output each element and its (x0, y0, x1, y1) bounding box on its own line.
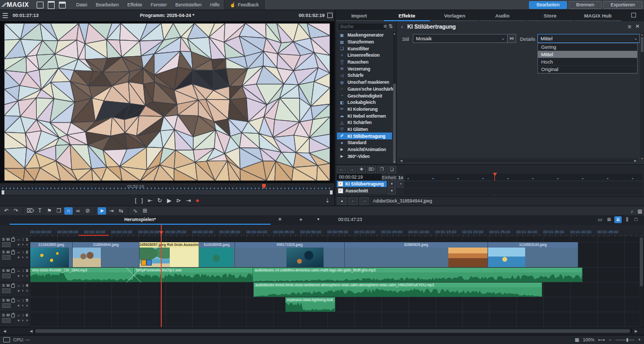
track-menu-chevron-icon[interactable]: ▾ (18, 319, 20, 323)
audio-clip[interactable]: audioblocks-forest-birds-close-ambience-… (254, 283, 542, 297)
track-name-field[interactable] (2, 274, 11, 278)
preview-render-icon[interactable]: ⇣ (325, 197, 330, 204)
play-range-button[interactable]: ⊳ (176, 198, 181, 204)
add-track-icon[interactable]: + (22, 304, 24, 308)
object-overview-button[interactable]: ⊞ (141, 207, 149, 215)
lock-icon[interactable] (11, 284, 15, 288)
redo-button[interactable]: ↷ (12, 207, 20, 215)
track-row-1[interactable] (30, 236, 640, 242)
dropdown-option-hoch[interactable]: Hoch (538, 58, 637, 66)
next-object-button[interactable]: → (360, 197, 369, 205)
panel-float-icon[interactable]: □ (632, 216, 640, 223)
tab-audio[interactable]: Audio (479, 13, 526, 21)
resize-v-icon[interactable]: ↕ (22, 283, 24, 288)
scrubber-right-handle[interactable] (330, 190, 333, 195)
optimize-view-icon[interactable]: ▦ (575, 337, 579, 342)
effect-item-ki-nebel-entfernen[interactable]: ☁KI Nebel entfernen (337, 112, 392, 119)
add-track-icon[interactable]: + (22, 255, 24, 260)
video-clip[interactable]: 82889826.jpeg (345, 242, 488, 267)
solo-button[interactable]: S (2, 268, 5, 273)
close-tab-icon[interactable]: ✕ (278, 217, 282, 222)
effect-item-kunstfilter[interactable]: ❏Kunstfilter (337, 45, 392, 52)
solo-button[interactable]: S (2, 283, 5, 288)
menu-item-effekte[interactable]: Effekte (123, 0, 146, 10)
preview-mini-ruler[interactable]: 01:52:19 (0, 183, 334, 190)
lock-icon[interactable] (11, 251, 15, 254)
scrollbar-thumb[interactable] (393, 84, 396, 163)
track-name-field[interactable] (2, 288, 11, 293)
delete-track-icon[interactable]: × (26, 289, 28, 293)
resize-v-icon[interactable]: ↕ (22, 298, 24, 303)
timeline-ruler[interactable]: 00:00:00:0000:00:05:0000:00:10:0000:00:1… (0, 225, 644, 237)
params-vertical-scrollbar[interactable]: ▲ ▼ (640, 33, 644, 160)
multicam-mode-icon[interactable]: ⫼ (623, 216, 631, 223)
burn-button[interactable]: Brennen (569, 1, 602, 9)
feedback-button[interactable]: ☝ Feedback (224, 0, 265, 10)
group-button[interactable]: ❒ (55, 207, 63, 215)
mute-button[interactable]: M (6, 313, 10, 317)
zoom-out-icon[interactable]: − (608, 337, 611, 342)
video-clip[interactable]: 245928057.jpeg Rot Grün Ausschnitt We... (140, 242, 199, 267)
track-name-field[interactable] (2, 255, 11, 260)
timeline-mode-icon[interactable]: ≣ (614, 216, 622, 223)
back-icon[interactable]: ‹ (401, 23, 403, 30)
lock-icon[interactable] (11, 269, 15, 273)
delete-track-icon[interactable]: × (26, 255, 28, 260)
track-row-3[interactable]: very-close-thunder_CkI_184d.mp3TempPrevi… (30, 268, 640, 283)
video-preview[interactable] (0, 21, 334, 183)
scroll-up-icon[interactable]: ▲ (640, 33, 644, 36)
track-menu-chevron-icon[interactable]: ▾ (18, 274, 20, 278)
lock-icon[interactable] (11, 299, 15, 303)
solo-button[interactable]: S (2, 237, 5, 242)
track-row-5[interactable]: explosion-blast-lightning-bolt... (30, 297, 640, 312)
resize-h-icon[interactable]: ↔ (16, 250, 21, 254)
new-project-icon[interactable] (37, 2, 43, 8)
title-editor-button[interactable]: T (36, 207, 44, 215)
delete-button[interactable]: ⌦ (26, 207, 34, 215)
project-tab[interactable]: Herumspielen* (10, 215, 271, 225)
track-row-6[interactable] (30, 312, 640, 327)
keyframe-ruler[interactable] (404, 174, 642, 180)
checkbox-checked-icon[interactable]: ✓ (338, 181, 343, 187)
mute-button[interactable]: M (6, 250, 10, 254)
add-tab-icon[interactable]: + (299, 216, 302, 223)
resize-v-icon[interactable]: ↕ (22, 268, 24, 273)
details-dropdown[interactable]: Mittel ⌄ (537, 34, 640, 43)
timeline-playhead[interactable] (161, 225, 162, 327)
resize-v-icon[interactable]: ↕ (22, 237, 24, 242)
checkbox-checked-icon[interactable]: ✓ (338, 188, 343, 193)
export-button[interactable]: Exportieren (603, 1, 642, 9)
scrollbar-track[interactable] (34, 329, 632, 333)
curve-mode-button[interactable]: ∿ (131, 207, 140, 215)
delete-track-icon[interactable]: × (26, 274, 28, 278)
add-track-icon[interactable]: + (22, 319, 24, 323)
row-expander-chevron-icon[interactable]: ▾ (388, 187, 396, 195)
effect-item-standard[interactable]: ●Standard (337, 139, 392, 146)
resize-h-icon[interactable]: ↔ (16, 268, 21, 273)
video-clip[interactable]: 995171525.jpeg (235, 242, 345, 267)
loop-playback-button[interactable]: ↻ (157, 198, 162, 204)
video-clip[interactable]: 318594944.jpeg (73, 242, 140, 267)
solo-button[interactable]: S (2, 298, 5, 303)
open-project-icon[interactable] (48, 1, 55, 9)
menu-item-bereitstellen[interactable]: Bereitstellen (171, 0, 206, 10)
track-menu-chevron-icon[interactable]: ▾ (18, 304, 20, 308)
panel-close-icon[interactable]: ✕ (636, 23, 640, 29)
scroll-down-icon[interactable]: ▼ (393, 160, 396, 163)
track-menu-chevron-icon[interactable]: ▾ (18, 243, 20, 247)
audio-clip[interactable]: audioblocks-14-collettivo-armonico-carlo… (253, 268, 582, 282)
audio-clip[interactable]: very-close-thunder_CkI_184d.mp3 (30, 268, 134, 282)
effect-item-ki-glätten[interactable]: ▽KI Glätten (337, 126, 392, 133)
scene-overview-icon[interactable]: ⊞ (605, 216, 613, 223)
audio-clip[interactable]: explosion-blast-lightning-bolt... (285, 297, 335, 312)
next-keyframe-button[interactable]: → (347, 166, 356, 173)
stil-dropdown[interactable]: Mosaik ⌄ (413, 34, 508, 43)
effect-item-ki-stilübertragung[interactable]: ✐KI Stilübertragung (337, 133, 392, 139)
effects-list-scrollbar[interactable]: ▲ ▼ (393, 32, 396, 163)
effect-item-verzerrung[interactable]: ≋Verzerrung (337, 65, 392, 72)
audio-clip[interactable]: TempPreviewAudioClip1.wav (134, 268, 253, 282)
preview-scrubber[interactable] (0, 190, 334, 195)
effect-item-unscharf-maskieren[interactable]: ◍Unscharf maskieren (337, 79, 392, 86)
add-track-icon[interactable]: + (22, 289, 24, 293)
track-menu-chevron-icon[interactable]: ▾ (18, 255, 20, 260)
